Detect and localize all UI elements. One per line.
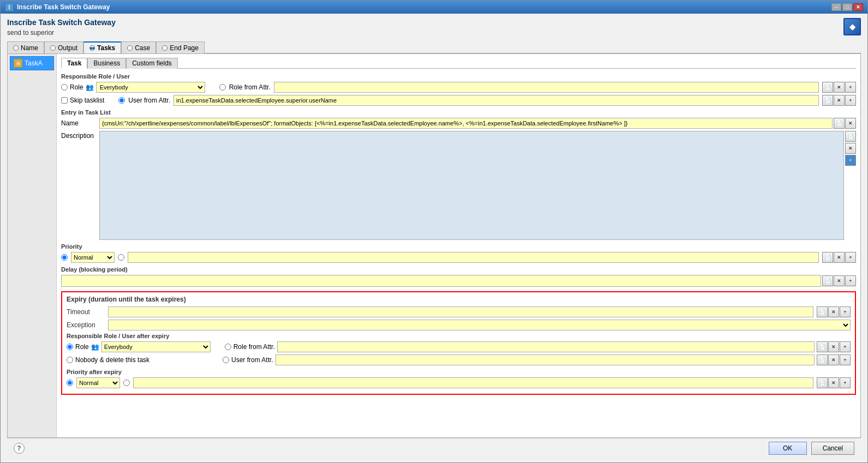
role-label: Role bbox=[70, 83, 83, 91]
sidebar-item-label: TaskA bbox=[25, 59, 43, 67]
inner-tab-task[interactable]: Task bbox=[61, 58, 87, 69]
expiry-nobody-radio[interactable] bbox=[67, 357, 73, 363]
expiry-role-from-attr-label: Role from Attr. bbox=[234, 343, 275, 351]
description-clear-btn[interactable]: ✕ bbox=[845, 143, 856, 154]
main-area: ⊞ TaskA Task Business Custom fields bbox=[7, 53, 861, 438]
expiry-priority-clear-btn[interactable]: ✕ bbox=[828, 377, 839, 388]
top-tabs: Name Output Tasks Case End Page bbox=[7, 41, 861, 53]
tab-endpage-radio bbox=[162, 45, 167, 51]
timeout-clear-btn[interactable]: ✕ bbox=[828, 306, 839, 317]
main-window: I Inscribe Task Switch Gateway ─ □ ✕ Ins… bbox=[0, 0, 868, 463]
timeout-add-btn[interactable]: + bbox=[840, 306, 851, 317]
expiry-role-radio[interactable] bbox=[67, 344, 73, 350]
expiry-user-from-attr-group: User from Attr. 📄 ✕ + bbox=[223, 354, 851, 365]
role-from-attr-clear-btn[interactable]: ✕ bbox=[834, 82, 845, 93]
dialog-subtitle: send to superior bbox=[7, 29, 116, 37]
delay-edit-btn[interactable]: 📄 bbox=[822, 275, 833, 286]
skip-tasklist-group: Skip tasklist bbox=[61, 97, 104, 104]
role-icon: 👥 bbox=[86, 83, 94, 91]
timeout-edit-btn[interactable]: 📄 bbox=[817, 306, 828, 317]
description-actions: 📄 ✕ + bbox=[845, 131, 856, 240]
expiry-role-from-attr-edit-btn[interactable]: 📄 bbox=[817, 341, 828, 352]
expiry-role-from-attr-clear-btn[interactable]: ✕ bbox=[828, 341, 839, 352]
role-radio[interactable] bbox=[61, 84, 68, 91]
priority-after-expiry-label: Priority after expiry bbox=[67, 369, 851, 375]
maximize-button[interactable]: □ bbox=[842, 3, 852, 11]
tab-name-label: Name bbox=[21, 44, 38, 52]
expiry-user-from-attr-radio[interactable] bbox=[223, 357, 229, 363]
role-from-attr-actions: 📄 ✕ + bbox=[822, 82, 856, 93]
expiry-role-from-attr-radio[interactable] bbox=[225, 344, 231, 350]
role-from-attr-add-btn[interactable]: + bbox=[845, 82, 856, 93]
tab-case[interactable]: Case bbox=[121, 41, 156, 53]
priority-edit-btn[interactable]: 📄 bbox=[822, 252, 833, 263]
expiry-priority-attr-input[interactable] bbox=[133, 377, 813, 388]
dialog-content: Inscribe Task Switch Gateway send to sup… bbox=[1, 14, 867, 462]
role-from-attr-radio[interactable] bbox=[219, 84, 226, 91]
description-add-btn[interactable]: + bbox=[845, 155, 856, 166]
expiry-role-section-label: Responsible Role / User after expiry bbox=[67, 333, 851, 339]
header-text: Inscribe Task Switch Gateway send to sup… bbox=[7, 18, 116, 41]
inner-tab-customfields[interactable]: Custom fields bbox=[126, 58, 178, 69]
minimize-button[interactable]: ─ bbox=[831, 3, 841, 11]
user-from-attr-input[interactable] bbox=[173, 95, 819, 106]
expiry-nobody-label: Nobody & delete this task bbox=[75, 356, 149, 364]
skip-tasklist-checkbox[interactable] bbox=[61, 97, 68, 104]
role-from-attr-input[interactable] bbox=[274, 82, 819, 93]
expiry-user-from-attr-add-btn[interactable]: + bbox=[840, 354, 851, 365]
user-from-attr-clear-btn[interactable]: ✕ bbox=[834, 95, 845, 106]
sidebar: ⊞ TaskA bbox=[8, 54, 57, 437]
priority-attr-input[interactable] bbox=[128, 252, 819, 263]
tab-name[interactable]: Name bbox=[7, 41, 44, 53]
expiry-section: Expiry (duration until the task expires)… bbox=[61, 291, 856, 395]
name-input[interactable] bbox=[99, 118, 833, 129]
inner-tab-business-label: Business bbox=[93, 59, 120, 67]
cancel-button[interactable]: Cancel bbox=[811, 442, 854, 455]
tab-tasks[interactable]: Tasks bbox=[83, 41, 121, 53]
description-edit-btn[interactable]: 📄 bbox=[845, 131, 856, 142]
expiry-user-from-attr-clear-btn[interactable]: ✕ bbox=[828, 354, 839, 365]
expiry-priority-edit-btn[interactable]: 📄 bbox=[817, 377, 828, 388]
description-input[interactable] bbox=[99, 131, 844, 240]
user-from-attr-radio[interactable] bbox=[118, 97, 125, 104]
name-clear-btn[interactable]: ✕ bbox=[845, 118, 856, 129]
expiry-priority-attr-radio[interactable] bbox=[123, 380, 130, 386]
expiry-user-from-attr-edit-btn[interactable]: 📄 bbox=[817, 354, 828, 365]
bottom-bar: ? OK Cancel bbox=[7, 438, 861, 458]
expiry-priority-row: Normal High Low 📄 ✕ + bbox=[67, 377, 851, 388]
priority-add-btn[interactable]: + bbox=[845, 252, 856, 263]
close-button[interactable]: ✕ bbox=[853, 3, 863, 11]
tab-endpage[interactable]: End Page bbox=[156, 41, 205, 53]
role-row: Role 👥 Everybody Admin User Role from At… bbox=[61, 82, 856, 93]
exception-select[interactable] bbox=[108, 320, 851, 330]
expiry-role-from-attr-input[interactable] bbox=[277, 341, 815, 352]
sidebar-item-taskA[interactable]: ⊞ TaskA bbox=[10, 56, 54, 70]
delay-clear-btn[interactable]: ✕ bbox=[834, 275, 845, 286]
priority-clear-btn[interactable]: ✕ bbox=[834, 252, 845, 263]
expiry-role-select[interactable]: Everybody Admin User bbox=[101, 341, 211, 352]
user-from-attr-add-btn[interactable]: + bbox=[845, 95, 856, 106]
delay-add-btn[interactable]: + bbox=[845, 275, 856, 286]
delay-input[interactable] bbox=[61, 275, 821, 287]
priority-normal-radio[interactable] bbox=[61, 254, 68, 261]
expiry-priority-normal-radio[interactable] bbox=[67, 380, 73, 386]
role-select[interactable]: Everybody Admin User bbox=[96, 82, 205, 93]
tab-output[interactable]: Output bbox=[44, 41, 83, 53]
expiry-role-label: Role bbox=[75, 343, 89, 351]
priority-attr-radio[interactable] bbox=[118, 254, 124, 261]
timeout-row: Timeout 📄 ✕ + bbox=[67, 306, 851, 317]
expiry-priority-select[interactable]: Normal High Low bbox=[76, 377, 120, 388]
ok-button[interactable]: OK bbox=[769, 442, 807, 455]
name-edit-btn[interactable]: 📄 bbox=[834, 118, 845, 129]
inner-tab-business[interactable]: Business bbox=[87, 58, 126, 69]
priority-select[interactable]: Normal High Low bbox=[71, 252, 115, 263]
timeout-input[interactable] bbox=[108, 306, 813, 317]
expiry-user-from-attr-input[interactable] bbox=[276, 354, 815, 365]
title-bar-controls: ─ □ ✕ bbox=[831, 3, 863, 11]
inner-tab-customfields-label: Custom fields bbox=[132, 59, 172, 67]
role-from-attr-edit-btn[interactable]: 📄 bbox=[822, 82, 833, 93]
user-from-attr-edit-btn[interactable]: 📄 bbox=[822, 95, 833, 106]
expiry-role-from-attr-add-btn[interactable]: + bbox=[840, 341, 851, 352]
expiry-priority-add-btn[interactable]: + bbox=[840, 377, 851, 388]
help-button[interactable]: ? bbox=[14, 443, 25, 454]
